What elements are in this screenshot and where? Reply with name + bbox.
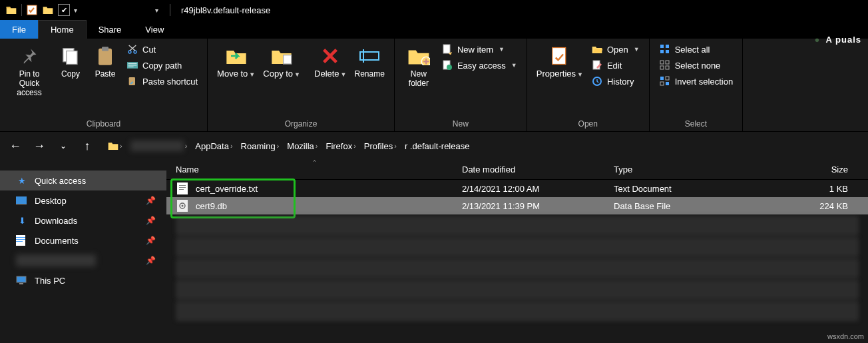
history-button[interactable]: History <box>590 75 641 88</box>
easy-access-icon <box>441 59 453 71</box>
sidebar-item-redacted[interactable]: 📌 <box>0 250 166 270</box>
breadcrumb-item[interactable]: Roaming› <box>237 141 284 151</box>
svg-rect-8 <box>129 77 135 85</box>
invert-icon <box>659 75 671 87</box>
select-all-icon <box>659 43 671 55</box>
easy-access-button[interactable]: Easy access▼ <box>440 59 519 72</box>
properties-button[interactable]: Properties▼ <box>533 41 587 82</box>
edit-icon <box>591 59 603 71</box>
properties-icon <box>548 44 572 68</box>
svg-rect-34 <box>16 237 25 238</box>
group-label: Open <box>533 118 644 130</box>
column-name[interactable]: Name <box>176 165 462 174</box>
divider <box>170 4 170 16</box>
back-button[interactable]: ← <box>7 137 24 155</box>
sort-indicator-icon: ˄ <box>313 159 316 167</box>
copy-path-button[interactable]: Copy path <box>125 59 199 72</box>
tab-share[interactable]: Share <box>87 20 134 39</box>
file-row[interactable]: cert_override.txt 2/14/2021 12:00 AM Tex… <box>166 180 868 197</box>
svg-rect-31 <box>16 196 27 204</box>
sidebar-documents[interactable]: Documents📌 <box>0 230 166 250</box>
qat-check-icon[interactable]: ✔ <box>58 4 70 16</box>
invert-selection-button[interactable]: Invert selection <box>658 75 734 88</box>
column-size[interactable]: Size <box>760 165 868 174</box>
new-item-button[interactable]: New item▼ <box>440 43 519 56</box>
select-none-button[interactable]: Select none <box>658 59 734 72</box>
pin-quick-access-button[interactable]: Pin to Quick access <box>5 41 53 100</box>
paste-button[interactable]: Paste <box>88 41 122 81</box>
qat-newfolder-icon[interactable] <box>42 4 54 16</box>
sidebar-this-pc[interactable]: This PC <box>0 270 166 290</box>
svg-rect-40 <box>179 185 186 186</box>
address-bar[interactable]: › › AppData› Roaming› Mozilla› Firefox› … <box>103 136 688 156</box>
svg-rect-20 <box>666 45 669 48</box>
breadcrumb-item[interactable]: Mozilla› <box>283 141 322 151</box>
address-row: ← → ⌄ ↑ › › AppData› Roaming› Mozilla› F… <box>0 132 868 160</box>
cut-button[interactable]: Cut <box>125 43 199 56</box>
ribbon-min-icon[interactable]: ▾ <box>155 7 162 14</box>
breadcrumb-item[interactable]: AppData› <box>191 141 236 151</box>
copy-to-button[interactable]: Copy to▼ <box>259 41 304 82</box>
sidebar-desktop[interactable]: Desktop📌 <box>0 190 166 210</box>
breadcrumb-item[interactable]: r .default-release <box>401 141 474 151</box>
sidebar-quick-access[interactable]: ★Quick access <box>0 171 166 190</box>
file-row-redacted <box>176 301 859 321</box>
delete-button[interactable]: Delete▼ <box>310 41 351 82</box>
rename-button[interactable]: Rename <box>351 41 389 81</box>
db-file-icon <box>176 199 189 212</box>
ribbon-group-clipboard: Pin to Quick access Copy Paste Cut Copy … <box>0 39 208 131</box>
source-watermark: wsxdn.com <box>827 332 864 340</box>
tab-file[interactable]: File <box>0 20 38 39</box>
recent-dropdown[interactable]: ⌄ <box>55 137 72 155</box>
svg-rect-25 <box>660 66 664 69</box>
svg-rect-11 <box>363 49 364 63</box>
forward-button[interactable]: → <box>31 137 48 155</box>
svg-rect-42 <box>179 189 184 190</box>
ribbon-group-select: Select all Select none Invert selection … <box>650 39 743 131</box>
window-title: r49jbl8v.default-release <box>181 5 270 15</box>
pin-icon <box>17 44 41 68</box>
history-icon <box>591 75 603 87</box>
group-label: Select <box>655 118 737 130</box>
select-all-button[interactable]: Select all <box>658 43 734 56</box>
group-label: Clipboard <box>5 118 202 130</box>
paste-shortcut-button[interactable]: Paste shortcut <box>125 75 199 88</box>
file-row[interactable]: cert9.db 2/13/2021 11:39 PM Data Base Fi… <box>166 197 868 214</box>
open-button[interactable]: Open▼ <box>590 43 641 56</box>
pin-icon: 📌 <box>146 196 156 205</box>
move-to-button[interactable]: Move to▼ <box>213 41 259 82</box>
tab-view[interactable]: View <box>133 20 176 39</box>
svg-rect-4 <box>102 47 108 51</box>
svg-rect-37 <box>17 276 26 282</box>
svg-rect-22 <box>666 50 669 53</box>
chevron-down-icon: ▼ <box>634 46 640 53</box>
svg-rect-29 <box>660 82 664 85</box>
breadcrumb-item[interactable]: Firefox› <box>322 141 359 151</box>
new-item-icon <box>441 43 453 55</box>
svg-rect-32 <box>16 204 27 204</box>
pin-icon: 📌 <box>146 256 156 265</box>
edit-button[interactable]: Edit <box>590 59 641 72</box>
file-list: cert_override.txt 2/14/2021 12:00 AM Tex… <box>166 180 868 343</box>
sidebar-downloads[interactable]: ⬇Downloads📌 <box>0 210 166 230</box>
divider <box>21 4 22 16</box>
downloads-icon: ⬇ <box>16 216 28 226</box>
new-folder-button[interactable]: New folder <box>400 41 437 91</box>
tab-home[interactable]: Home <box>38 20 87 39</box>
up-button[interactable]: ↑ <box>79 137 96 155</box>
rename-icon <box>357 44 381 68</box>
column-type[interactable]: Type <box>614 165 760 174</box>
navigation-pane: ★Quick access Desktop📌 ⬇Downloads📌 Docum… <box>0 160 166 343</box>
folder-icon: › <box>104 141 126 151</box>
copy-button[interactable]: Copy <box>53 41 88 81</box>
qat-dropdown-icon[interactable]: ▾ <box>74 7 81 14</box>
breadcrumb-item[interactable]: › <box>126 141 192 151</box>
svg-point-45 <box>182 205 184 207</box>
ribbon-group-organize: Move to▼ Copy to▼ Delete▼ Rename Organiz… <box>208 39 395 131</box>
column-date[interactable]: Date modified <box>462 165 614 174</box>
qat-properties-icon[interactable] <box>26 4 38 16</box>
breadcrumb-item[interactable]: Profiles› <box>360 141 401 151</box>
star-icon: ★ <box>16 176 28 186</box>
open-icon <box>591 43 603 55</box>
svg-rect-36 <box>16 241 23 242</box>
